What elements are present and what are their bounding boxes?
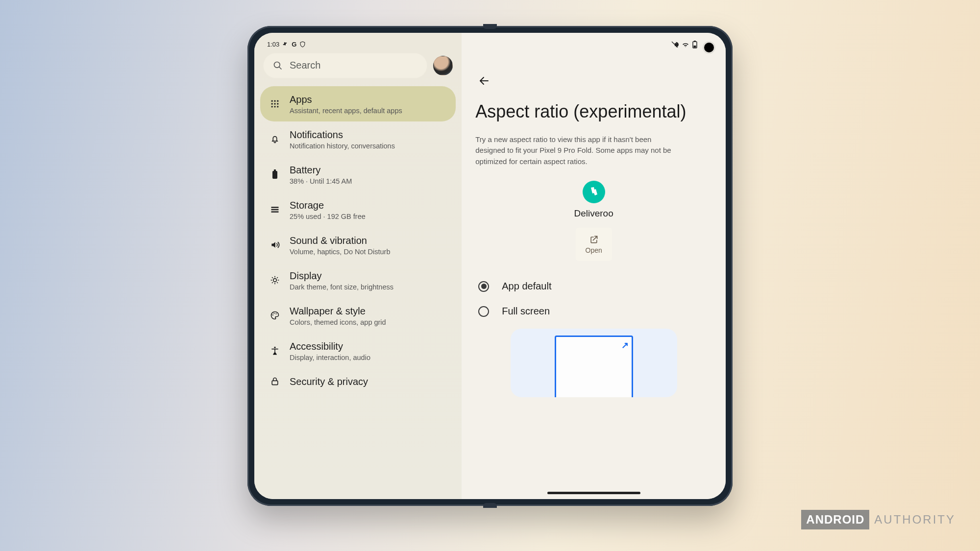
open-app-button[interactable]: Open (576, 228, 612, 261)
deliveroo-icon (583, 181, 605, 203)
brightness-icon (269, 275, 281, 285)
status-bar-right (475, 38, 712, 48)
svg-point-3 (274, 100, 275, 101)
page-title: Aspect ratio (experimental) (475, 100, 712, 122)
radio-label: Full screen (502, 306, 550, 317)
palette-icon (269, 311, 281, 320)
slack-icon (282, 41, 289, 48)
expand-arrow-icon: ↗ (621, 340, 629, 351)
open-external-icon (589, 235, 599, 244)
svg-rect-12 (274, 169, 276, 171)
svg-rect-13 (271, 207, 279, 208)
sidebar-item-title: Apps (290, 93, 402, 106)
sidebar-item-title: Display (290, 269, 393, 282)
battery-icon (269, 169, 281, 179)
svg-point-5 (271, 103, 273, 104)
back-button[interactable] (475, 72, 493, 90)
svg-point-10 (277, 106, 278, 107)
aspect-ratio-options: App default Full screen (475, 274, 712, 324)
storage-icon (269, 205, 281, 215)
radio-button[interactable] (478, 306, 489, 317)
wifi-icon (682, 41, 689, 48)
preview-app-window: ↗ (555, 335, 633, 397)
svg-point-2 (271, 100, 273, 101)
svg-point-19 (275, 313, 276, 314)
watermark-brand: ANDROID (801, 510, 869, 529)
bell-icon (269, 134, 281, 144)
accessibility-icon (269, 346, 281, 356)
radio-option-app-default[interactable]: App default (475, 274, 712, 299)
lock-icon (269, 377, 281, 386)
sound-icon (269, 240, 281, 250)
svg-point-18 (273, 312, 274, 313)
google-icon: G (292, 41, 296, 48)
screen: 1:03 G Search (254, 33, 726, 499)
sidebar-item-subtitle: Assistant, recent apps, default apps (290, 107, 402, 115)
sidebar-item-security-privacy[interactable]: Security & privacy (260, 368, 456, 395)
sidebar-item-subtitle: Colors, themed icons, app grid (290, 318, 386, 326)
sidebar-item-title: Accessibility (290, 340, 370, 353)
sidebar-item-title: Sound & vibration (290, 234, 391, 247)
svg-point-7 (277, 103, 278, 104)
sidebar-item-storage[interactable]: Storage 25% used · 192 GB free (260, 192, 456, 227)
svg-point-8 (271, 106, 273, 107)
radio-label: App default (502, 281, 551, 292)
svg-point-9 (274, 106, 275, 107)
open-label: Open (586, 246, 602, 254)
status-time: 1:03 (267, 41, 279, 48)
gesture-nav-bar[interactable] (547, 492, 640, 494)
sidebar-item-subtitle: Notification history, conversations (290, 142, 395, 150)
watermark: ANDROID AUTHORITY (801, 510, 956, 529)
search-placeholder: Search (290, 60, 320, 71)
svg-rect-14 (271, 209, 279, 210)
apps-icon (269, 99, 281, 109)
sidebar-item-title: Wallpaper & style (290, 305, 386, 317)
sidebar-item-notifications[interactable]: Notifications Notification history, conv… (260, 121, 456, 157)
app-name: Deliveroo (574, 208, 613, 219)
svg-rect-24 (693, 46, 696, 48)
hinge-bottom (483, 503, 497, 508)
svg-point-4 (277, 100, 278, 101)
profile-avatar[interactable] (433, 56, 453, 75)
sidebar-item-subtitle: Display, interaction, audio (290, 354, 370, 361)
svg-rect-11 (272, 171, 277, 179)
sidebar-item-subtitle: 25% used · 192 GB free (290, 213, 366, 220)
settings-list[interactable]: Apps Assistant, recent apps, default app… (260, 84, 456, 499)
radio-button[interactable] (478, 281, 489, 292)
sidebar-item-subtitle: Volume, haptics, Do Not Disturb (290, 248, 391, 256)
search-input[interactable]: Search (263, 53, 427, 78)
svg-point-17 (272, 314, 273, 315)
hinge-top (483, 24, 497, 29)
preview-frame: ↗ (511, 329, 677, 397)
sidebar-item-sound-vibration[interactable]: Sound & vibration Volume, haptics, Do No… (260, 227, 456, 263)
search-icon (273, 61, 283, 71)
search-row: Search (260, 53, 456, 84)
status-bar: 1:03 G (260, 38, 456, 53)
svg-rect-21 (272, 381, 278, 384)
sidebar-item-title: Storage (290, 199, 366, 212)
sidebar-item-display[interactable]: Display Dark theme, font size, brightnes… (260, 263, 456, 298)
sidebar-item-apps[interactable]: Apps Assistant, recent apps, default app… (260, 86, 456, 121)
settings-master-pane: 1:03 G Search (254, 33, 462, 499)
radio-option-full-screen[interactable]: Full screen (475, 299, 712, 324)
sidebar-item-title: Battery (290, 164, 352, 176)
sidebar-item-subtitle: Dark theme, font size, brightness (290, 283, 393, 291)
settings-detail-pane: Aspect ratio (experimental) Try a new as… (462, 33, 726, 499)
sidebar-item-accessibility[interactable]: Accessibility Display, interaction, audi… (260, 333, 456, 368)
sidebar-item-battery[interactable]: Battery 38% · Until 1:45 AM (260, 157, 456, 192)
page-description: Try a new aspect ratio to view this app … (475, 134, 681, 168)
watermark-word: AUTHORITY (874, 513, 956, 527)
svg-point-20 (274, 346, 275, 348)
sidebar-item-subtitle: 38% · Until 1:45 AM (290, 177, 352, 185)
sidebar-item-title: Notifications (290, 128, 395, 141)
sidebar-item-title: Security & privacy (290, 375, 368, 388)
svg-point-6 (274, 103, 275, 104)
battery-status-icon (692, 41, 697, 48)
svg-point-0 (274, 62, 280, 68)
front-camera (704, 43, 714, 52)
sidebar-item-wallpaper-style[interactable]: Wallpaper & style Colors, themed icons, … (260, 298, 456, 333)
app-header: Deliveroo (475, 181, 712, 219)
device-frame: 1:03 G Search (247, 26, 733, 506)
svg-rect-15 (271, 211, 279, 213)
shield-icon (299, 41, 306, 48)
